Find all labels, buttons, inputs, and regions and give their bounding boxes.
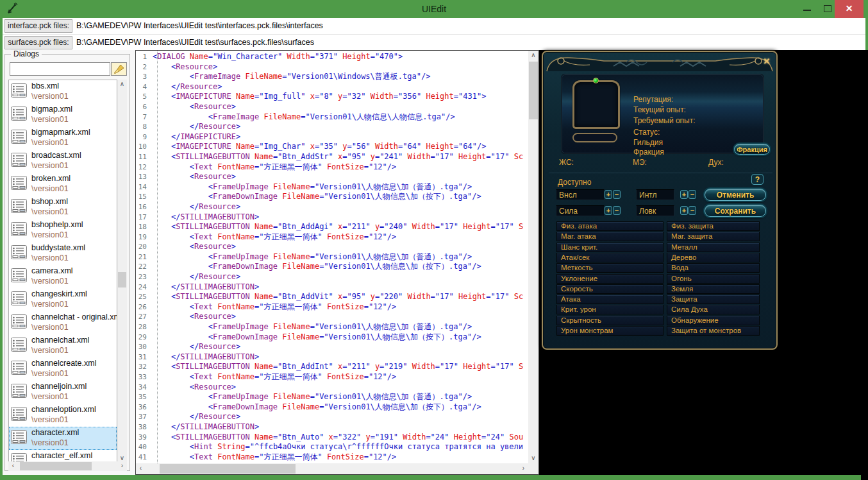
code-line[interactable]: 35 <FrameUpImage FileName="Version01\人物信…	[136, 392, 528, 402]
code-line[interactable]: 33 <Text FontName="方正细黑一简体" FontSize="12…	[136, 372, 528, 382]
code-line[interactable]: 25 <STILLIMAGEBUTTON Name="Btn_AddVit" x…	[136, 292, 528, 302]
int-stat-box[interactable]: Интл	[636, 189, 674, 200]
code-line[interactable]: 2 <Resource>	[136, 62, 528, 73]
code-line[interactable]: 27 <Resource>	[136, 312, 528, 322]
list-item[interactable]: bbs.xml\version01	[9, 80, 117, 103]
agi-plus-button[interactable]: +	[680, 206, 688, 215]
code-line[interactable]: 21 <FrameUpImage FileName="Version01\人物信…	[136, 252, 528, 262]
vit-minus-button[interactable]: −	[613, 190, 621, 199]
code-line[interactable]: 31 </STILLIMAGEBUTTON>	[136, 352, 528, 363]
list-item[interactable]: camera.xml\version01	[9, 265, 117, 288]
scroll-left-icon[interactable]: ‹	[8, 461, 18, 471]
list-item[interactable]: bigmapmark.xml\version01	[9, 126, 117, 150]
close-button[interactable]: ✕	[835, 0, 864, 18]
agi-stat-box[interactable]: Ловк	[636, 205, 674, 216]
code-line[interactable]: 28 <FrameUpImage FileName="Version01\人物信…	[136, 322, 528, 332]
preview-close-button[interactable]: ✕	[761, 56, 772, 67]
code-line[interactable]: 6 <Resource>	[136, 102, 528, 112]
code-line[interactable]: 23 </Resource>	[136, 272, 528, 282]
code-line[interactable]: 22 <FrameDownImage FileName="Version01\人…	[136, 262, 528, 272]
list-item[interactable]: bshophelp.xml\version01	[9, 219, 117, 242]
xml-code-editor[interactable]: 1<DIALOG Name="Win_Character" Width="371…	[135, 50, 539, 475]
list-item[interactable]: broadcast.xml\version01	[9, 150, 117, 173]
code-line[interactable]: 39 <STILLIMAGEBUTTON Name="Btn_Auto" x="…	[136, 433, 528, 443]
dialog-list-hscrollbar[interactable]: ‹ ›	[8, 461, 127, 471]
code-line[interactable]: 20 <Resource>	[136, 242, 528, 252]
fraction-button[interactable]: Фракция	[734, 144, 770, 155]
code-line[interactable]: 7 <FrameImage FileName="Version01\人物信息\人…	[136, 112, 528, 123]
code-line[interactable]: 30 </Resource>	[136, 342, 528, 352]
scroll-right-icon[interactable]: ›	[117, 461, 127, 471]
list-item[interactable]: channelcreate.xml\version01	[9, 357, 117, 381]
save-button[interactable]: Сохранить	[705, 205, 766, 217]
code-line[interactable]: 9 </IMAGEPICTURE>	[136, 132, 528, 142]
code-line[interactable]: 16 </Resource>	[136, 202, 528, 212]
code-line[interactable]: 12 <Text FontName="方正细黑一简体" FontSize="12…	[136, 162, 528, 173]
code-line[interactable]: 40 <Hint String="^ffcb4aОчки статуса\r^f…	[136, 442, 528, 452]
surfaces-pck-label[interactable]: surfaces.pck files:	[4, 36, 72, 49]
code-line[interactable]: 29 <FrameDownImage FileName="Version01\人…	[136, 332, 528, 343]
code-line[interactable]: 32 <STILLIMAGEBUTTON Name="Btn_AddInt" x…	[136, 362, 528, 372]
code-line[interactable]: 5 <IMAGEPICTURE Name="Img_full" x="8" y=…	[136, 92, 528, 102]
vit-plus-button[interactable]: +	[605, 190, 612, 199]
list-item[interactable]: channelchat - original.xml\version01	[9, 311, 117, 334]
code-line[interactable]: 41 <Text FontName="方正细黑一简体" FontSize="12…	[136, 452, 528, 463]
scroll-thumb[interactable]	[160, 464, 296, 474]
code-line[interactable]: 34 <Resource>	[136, 382, 528, 393]
scroll-down-icon[interactable]: ∨	[528, 454, 538, 463]
int-minus-button[interactable]: −	[689, 190, 696, 199]
code-view[interactable]: 1<DIALOG Name="Win_Character" Width="371…	[136, 51, 528, 465]
str-minus-button[interactable]: −	[613, 206, 621, 215]
cancel-button[interactable]: Отменить	[705, 189, 766, 201]
list-item[interactable]: channelchat.xml\version01	[9, 334, 117, 357]
code-line[interactable]: 37 </Resource>	[136, 412, 528, 422]
list-item[interactable]: broken.xml\version01	[9, 173, 117, 196]
scroll-thumb[interactable]	[20, 462, 92, 470]
code-line[interactable]: 19 <Text FontName="方正细黑一简体" FontSize="12…	[136, 232, 528, 243]
scroll-left-icon[interactable]: ‹	[136, 464, 146, 474]
editor-vscrollbar[interactable]: ∧ ∨	[528, 51, 538, 463]
list-item[interactable]: channeloption.xml\version01	[9, 404, 117, 427]
code-line[interactable]: 8 </Resource>	[136, 122, 528, 132]
list-item[interactable]: bshop.xml\version01	[9, 196, 117, 219]
help-button[interactable]: ?	[751, 174, 764, 185]
list-item[interactable]: changeskirt.xml\version01	[9, 288, 117, 311]
list-item[interactable]: character.xml\version01	[9, 427, 117, 450]
surfaces-pck-path[interactable]: B:\GAMEDEV\PW Interfaces\UIEdit test\sur…	[76, 35, 314, 51]
code-line[interactable]: 26 <Text FontName="方正细黑一简体" FontSize="12…	[136, 302, 528, 313]
dialog-search-input[interactable]	[10, 62, 110, 76]
int-plus-button[interactable]: +	[680, 190, 688, 199]
dialog-list-vscrollbar[interactable]: ∧ ∨	[117, 80, 127, 463]
minimize-button[interactable]	[797, 0, 817, 18]
scroll-right-icon[interactable]: ›	[519, 464, 528, 474]
code-line[interactable]: 15 <FrameDownImage FileName="Version01\人…	[136, 192, 528, 202]
str-stat-box[interactable]: Сила	[556, 205, 605, 216]
list-item[interactable]: buddystate.xml\version01	[9, 242, 117, 265]
str-plus-button[interactable]: +	[605, 206, 612, 215]
editor-hscrollbar[interactable]: ‹ ›	[136, 463, 528, 474]
interface-pck-label[interactable]: interface.pck files:	[4, 19, 72, 33]
code-line[interactable]: 10 <IMAGEPICTURE Name="Img_Char" x="35" …	[136, 142, 528, 152]
scroll-thumb[interactable]	[118, 272, 126, 287]
titlebar[interactable]: UIEdit	[0, 0, 868, 18]
code-line[interactable]: 36 <FrameDownImage FileName="Version01\人…	[136, 402, 528, 413]
code-line[interactable]: 18 <STILLIMAGEBUTTON Name="Btn_AddAgi" x…	[136, 222, 528, 232]
scroll-up-icon[interactable]: ∧	[528, 51, 538, 60]
code-line[interactable]: 24 </STILLIMAGEBUTTON>	[136, 282, 528, 293]
code-line[interactable]: 4 </Resource>	[136, 82, 528, 92]
vit-stat-box[interactable]: Внсл	[556, 189, 605, 200]
code-line[interactable]: 14 <FrameUpImage FileName="Version01\人物信…	[136, 182, 528, 193]
code-line[interactable]: 3 <FrameImage FileName="Version01\Window…	[136, 72, 528, 82]
agi-minus-button[interactable]: −	[689, 206, 696, 215]
code-line[interactable]: 11 <STILLIMAGEBUTTON Name="Btn_AddStr" x…	[136, 152, 528, 162]
code-line[interactable]: 17 </STILLIMAGEBUTTON>	[136, 212, 528, 223]
interface-pck-path[interactable]: B:\GAMEDEV\PW Interfaces\UIEdit test\int…	[76, 18, 323, 34]
code-line[interactable]: 38 </STILLIMAGEBUTTON>	[136, 422, 528, 433]
code-line[interactable]: 13 <Resource>	[136, 172, 528, 182]
list-item[interactable]: bigmap.xml\version01	[9, 103, 117, 126]
code-line[interactable]: 1<DIALOG Name="Win_Character" Width="371…	[136, 52, 528, 62]
scroll-thumb[interactable]	[529, 62, 538, 119]
clear-search-button[interactable]	[111, 62, 127, 76]
scroll-up-icon[interactable]: ∧	[117, 80, 127, 89]
list-item[interactable]: channeljoin.xml\version01	[9, 381, 117, 404]
